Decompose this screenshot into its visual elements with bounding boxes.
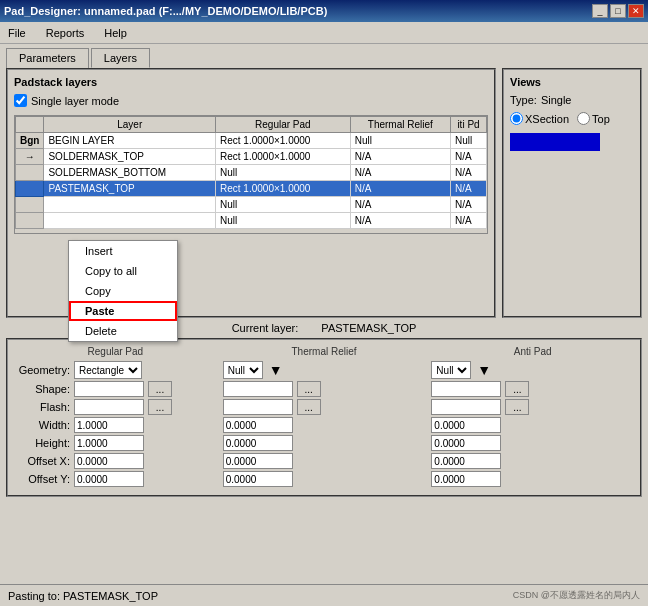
col-header-thermal: Thermal Relief <box>350 117 450 133</box>
row-label-4 <box>16 197 44 213</box>
row-layer-5 <box>44 213 216 229</box>
thermal-offsety-input[interactable] <box>223 471 293 487</box>
anti-width-input[interactable] <box>431 417 501 433</box>
thermal-width-row <box>223 417 426 433</box>
height-label: Height: <box>14 437 70 449</box>
title-buttons: _ □ ✕ <box>592 4 644 18</box>
thermal-height-row <box>223 435 426 451</box>
top-radio[interactable] <box>577 112 590 125</box>
width-row: Width: <box>14 417 217 433</box>
table-row[interactable]: SOLDERMASK_BOTTOM Null N/A N/A <box>16 165 487 181</box>
table-row[interactable]: → SOLDERMASK_TOP Rect 1.0000×1.0000 N/A … <box>16 149 487 165</box>
thermal-height-input[interactable] <box>223 435 293 451</box>
tab-parameters[interactable]: Parameters <box>6 48 89 68</box>
geometry-dropdown[interactable]: Rectangle <box>74 361 142 379</box>
anti-shape-input[interactable] <box>431 381 501 397</box>
width-label: Width: <box>14 419 70 431</box>
thermal-relief-col: Thermal Relief Null ▼ ... ... <box>223 346 426 489</box>
minimize-button[interactable]: _ <box>592 4 608 18</box>
anti-shape-browse-btn[interactable]: ... <box>505 381 529 397</box>
context-paste[interactable]: Paste <box>69 301 177 321</box>
anti-height-input[interactable] <box>431 435 501 451</box>
thermal-flash-row: ... <box>223 399 426 415</box>
thermal-flash-browse-btn[interactable]: ... <box>297 399 321 415</box>
maximize-button[interactable]: □ <box>610 4 626 18</box>
thermal-offsetx-input[interactable] <box>223 453 293 469</box>
anti-pad-col: Anti Pad Null ▼ ... ... <box>431 346 634 489</box>
width-input[interactable] <box>74 417 144 433</box>
shape-browse-btn[interactable]: ... <box>148 381 172 397</box>
row-iti-2: N/A <box>451 165 487 181</box>
offsety-input[interactable] <box>74 471 144 487</box>
views-panel: Views Type: Single XSection Top <box>502 68 642 318</box>
thermal-shape-row: ... <box>223 381 426 397</box>
row-thermal-2: N/A <box>350 165 450 181</box>
menu-help[interactable]: Help <box>100 25 131 41</box>
anti-flash-input[interactable] <box>431 399 501 415</box>
context-copy-to-all[interactable]: Copy to all <box>69 261 177 281</box>
tab-layers[interactable]: Layers <box>91 48 150 68</box>
height-row: Height: <box>14 435 217 451</box>
row-layer-3: PASTEMASK_TOP <box>44 181 216 197</box>
thermal-geometry-dropdown[interactable]: Null <box>223 361 263 379</box>
row-iti-4: N/A <box>451 197 487 213</box>
row-iti-0: Null <box>451 133 487 149</box>
col-header-layer: Layer <box>44 117 216 133</box>
row-thermal-5: N/A <box>350 213 450 229</box>
anti-dropdown-arrow[interactable]: ▼ <box>475 362 493 378</box>
layers-table: Layer Regular Pad Thermal Relief iti Pd … <box>15 116 487 229</box>
table-row[interactable]: PASTEMASK_TOP Rect 1.0000×1.0000 N/A N/A <box>16 181 487 197</box>
anti-offsetx-input[interactable] <box>431 453 501 469</box>
flash-input[interactable] <box>74 399 144 415</box>
thermal-dropdown-arrow[interactable]: ▼ <box>267 362 285 378</box>
offsetx-label: Offset X: <box>14 455 70 467</box>
menu-file[interactable]: File <box>4 25 30 41</box>
row-label-3 <box>16 181 44 197</box>
thermal-shape-browse-btn[interactable]: ... <box>297 381 321 397</box>
views-type-label: Type: <box>510 94 537 106</box>
row-layer-0: BEGIN LAYER <box>44 133 216 149</box>
thermal-width-input[interactable] <box>223 417 293 433</box>
geometry-label: Geometry: <box>14 364 70 376</box>
offsety-row: Offset Y: <box>14 471 217 487</box>
views-radio-row: XSection Top <box>510 112 634 125</box>
xsection-radio[interactable] <box>510 112 523 125</box>
xsection-option[interactable]: XSection <box>510 112 569 125</box>
context-delete[interactable]: Delete <box>69 321 177 341</box>
context-copy[interactable]: Copy <box>69 281 177 301</box>
row-regular-4: Null <box>216 197 351 213</box>
context-insert[interactable]: Insert <box>69 241 177 261</box>
thermal-flash-input[interactable] <box>223 399 293 415</box>
table-row[interactable]: Null N/A N/A <box>16 213 487 229</box>
shape-row: Shape: ... <box>14 381 217 397</box>
status-pasting-to: Pasting to: PASTEMASK_TOP <box>8 590 158 602</box>
height-input[interactable] <box>74 435 144 451</box>
single-layer-label: Single layer mode <box>31 95 119 107</box>
title-bar: Pad_Designer: unnamed.pad (F:.../MY_DEMO… <box>0 0 648 22</box>
anti-width-row <box>431 417 634 433</box>
anti-geometry-row: Null ▼ <box>431 361 634 379</box>
status-bar: Pasting to: PASTEMASK_TOP CSDN @不愿透露姓名的局… <box>0 584 648 606</box>
row-thermal-1: N/A <box>350 149 450 165</box>
single-layer-checkbox[interactable] <box>14 94 27 107</box>
top-label: Top <box>592 113 610 125</box>
thermal-shape-input[interactable] <box>223 381 293 397</box>
menu-reports[interactable]: Reports <box>42 25 89 41</box>
table-row[interactable]: Bgn BEGIN LAYER Rect 1.0000×1.0000 Null … <box>16 133 487 149</box>
current-layer-label: Current layer: <box>232 322 299 334</box>
padstack-title: Padstack layers <box>14 76 488 88</box>
watermark: CSDN @不愿透露姓名的局内人 <box>513 589 640 602</box>
anti-offsety-input[interactable] <box>431 471 501 487</box>
close-button[interactable]: ✕ <box>628 4 644 18</box>
anti-geometry-dropdown[interactable]: Null <box>431 361 471 379</box>
top-option[interactable]: Top <box>577 112 610 125</box>
flash-browse-btn[interactable]: ... <box>148 399 172 415</box>
row-layer-1: SOLDERMASK_TOP <box>44 149 216 165</box>
offsetx-input[interactable] <box>74 453 144 469</box>
shape-input[interactable] <box>74 381 144 397</box>
flash-row: Flash: ... <box>14 399 217 415</box>
anti-height-row <box>431 435 634 451</box>
anti-flash-browse-btn[interactable]: ... <box>505 399 529 415</box>
table-row[interactable]: Null N/A N/A <box>16 197 487 213</box>
col-header-regular: Regular Pad <box>216 117 351 133</box>
